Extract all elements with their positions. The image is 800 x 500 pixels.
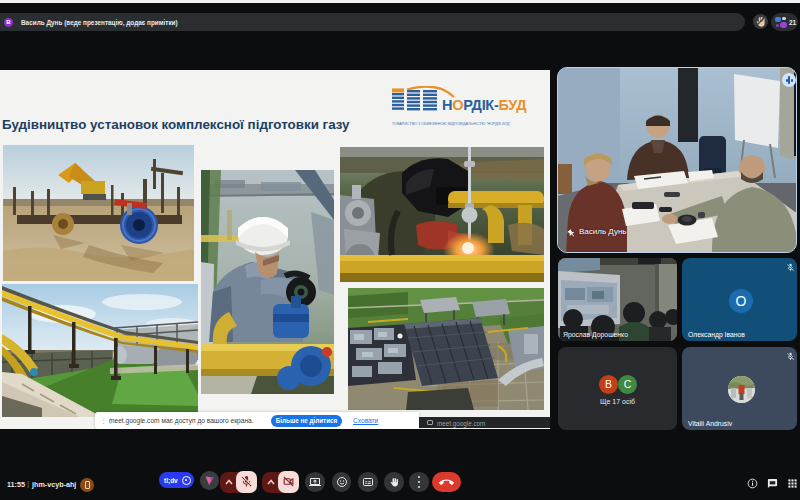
svg-text:ТОВАРИСТВО З ОБМЕЖЕНОЮ ВІДПОВІ: ТОВАРИСТВО З ОБМЕЖЕНОЮ ВІДПОВІДАЛЬНІСТЮ … bbox=[392, 122, 511, 126]
svg-text:НОРДІК-БУД: НОРДІК-БУД bbox=[442, 97, 527, 113]
